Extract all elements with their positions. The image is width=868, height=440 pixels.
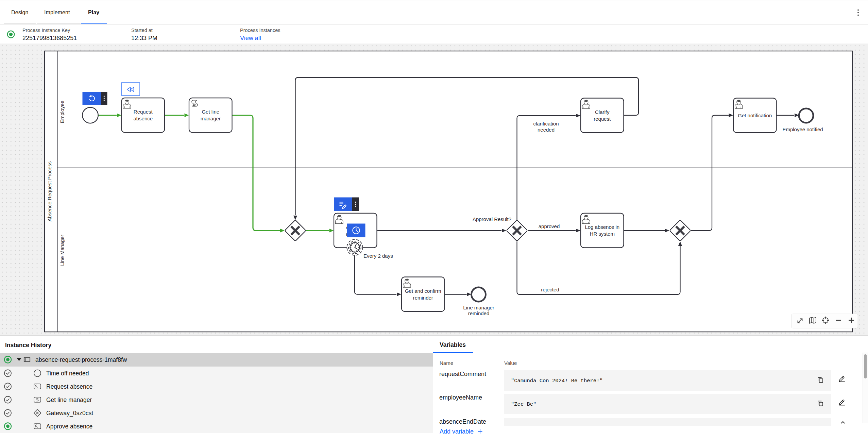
svg-text:manager: manager (201, 116, 221, 121)
svg-text:Get line: Get line (202, 109, 219, 115)
svg-text:absence: absence (133, 116, 153, 121)
svg-text:approved: approved (539, 223, 560, 229)
svg-text:request: request (594, 116, 611, 122)
svg-text:Approval Result?: Approval Result? (473, 216, 511, 222)
svg-text:Log absence in: Log absence in (585, 224, 619, 230)
svg-text:Every 2 days: Every 2 days (363, 253, 393, 259)
svg-text:Line manager: Line manager (463, 305, 494, 310)
svg-text:Get and confirm: Get and confirm (405, 288, 441, 294)
svg-text:Clarify: Clarify (595, 109, 610, 115)
svg-text:clarification: clarification (533, 121, 559, 126)
svg-text:HR system: HR system (590, 231, 615, 237)
svg-text:reminder: reminder (413, 295, 433, 301)
svg-text:Employee notified: Employee notified (782, 126, 823, 132)
svg-text:Employee: Employee (59, 101, 65, 123)
svg-text:Absence Request Process: Absence Request Process (47, 162, 52, 222)
svg-text:Request: Request (134, 109, 153, 115)
svg-text:reminded: reminded (468, 310, 490, 316)
svg-text:needed: needed (538, 127, 555, 133)
svg-text:rejected: rejected (541, 287, 559, 292)
svg-text:Get notification: Get notification (738, 113, 772, 118)
svg-text:Line Manager: Line Manager (59, 235, 65, 266)
